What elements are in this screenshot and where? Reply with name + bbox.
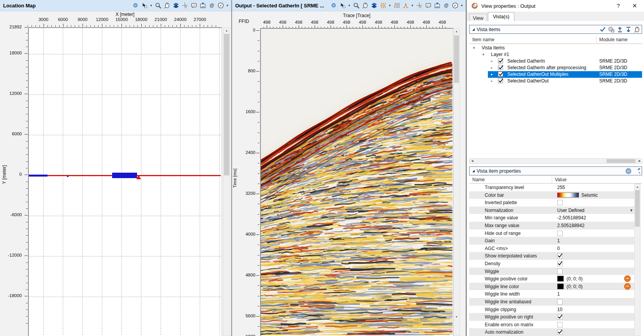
property-row[interactable]: Color barSeismic: [469, 191, 634, 199]
property-checkbox[interactable]: [557, 261, 563, 266]
zoom-icon[interactable]: [352, 2, 360, 9]
vista-items-horizontal-scrollbar-left-button[interactable]: ◀: [470, 159, 475, 163]
color-swatch[interactable]: [557, 284, 564, 289]
property-checkbox[interactable]: [557, 200, 563, 205]
seismic-vertical-scrollbar-down-button[interactable]: ▼: [454, 314, 459, 319]
dropdown-caret-icon[interactable]: ▼: [630, 208, 633, 212]
target-icon[interactable]: [625, 168, 632, 175]
arrow-up-icon[interactable]: [616, 26, 623, 33]
color-swatch[interactable]: [557, 276, 564, 282]
properties-vertical-scrollbar[interactable]: ▲: [634, 184, 640, 336]
property-checkbox[interactable]: [557, 322, 563, 327]
wiggles-icon[interactable]: [379, 2, 387, 9]
expand-caret-icon[interactable]: ▸: [491, 66, 493, 70]
seismic-gather-image[interactable]: [261, 29, 452, 335]
crosshair-icon[interactable]: [181, 2, 188, 9]
collapse-caret-icon[interactable]: ▾: [473, 46, 475, 50]
property-checkbox[interactable]: [557, 299, 563, 304]
property-row[interactable]: NormalizationUser Defined▼: [469, 206, 634, 214]
help-button[interactable]: ?: [614, 2, 623, 10]
tab-vistas[interactable]: Vista(s): [488, 12, 514, 21]
dropdown-caret-icon[interactable]: ▾: [411, 4, 414, 7]
property-row[interactable]: Wiggle positive on right: [469, 313, 634, 321]
remove-color-button[interactable]: −: [624, 275, 631, 282]
tree-row-item[interactable]: ▸Selected GatherIn after preprocessingSR…: [469, 65, 642, 71]
remove-color-button[interactable]: −: [624, 283, 631, 290]
property-row[interactable]: Hide out of range: [469, 229, 634, 237]
expand-caret-icon[interactable]: ▸: [491, 72, 493, 76]
seismic-plot-area[interactable]: [260, 28, 453, 336]
dropdown-caret-icon[interactable]: ▾: [348, 4, 351, 7]
properties-vertical-scrollbar-up-button[interactable]: ▲: [635, 184, 640, 189]
tree-row-vista-items[interactable]: ▾Vista Items: [469, 45, 642, 51]
item-visibility-checkbox[interactable]: [498, 72, 503, 77]
property-row[interactable]: Max range value2.505188942: [469, 222, 634, 229]
property-row[interactable]: Wiggle line antialiased: [469, 298, 634, 306]
compass-icon[interactable]: [217, 2, 224, 9]
vista-items-horizontal-scrollbar-right-button[interactable]: ▶: [637, 159, 642, 163]
tab-view[interactable]: View: [469, 14, 487, 21]
zoom-at-icon[interactable]: @: [208, 2, 215, 9]
seismic-vertical-scrollbar-up-button[interactable]: ▲: [454, 28, 459, 34]
property-checkbox[interactable]: [557, 253, 563, 259]
image-export-icon[interactable]: [433, 2, 441, 9]
item-visibility-checkbox[interactable]: [498, 78, 503, 83]
property-row[interactable]: Gain1: [469, 237, 634, 245]
property-row[interactable]: Transparency level255: [469, 184, 634, 191]
property-checkbox[interactable]: [557, 269, 563, 274]
zoom-at-icon[interactable]: @: [442, 2, 450, 9]
property-checkbox[interactable]: [557, 231, 563, 236]
item-visibility-checkbox[interactable]: [498, 58, 503, 63]
vista-items-horizontal-scrollbar-thumb[interactable]: [607, 159, 635, 163]
collapse-caret-icon[interactable]: ▾: [482, 52, 484, 56]
layers-icon[interactable]: [370, 2, 378, 9]
item-visibility-checkbox[interactable]: [498, 65, 503, 70]
check-icon[interactable]: [599, 26, 606, 33]
dropdown-caret-icon[interactable]: ▾: [460, 4, 463, 7]
mouse-icon[interactable]: [361, 2, 369, 9]
histogram-icon[interactable]: [402, 2, 409, 9]
crosshair-icon[interactable]: [415, 2, 423, 9]
property-row[interactable]: Density: [469, 260, 634, 268]
properties-vertical-scrollbar-thumb[interactable]: [635, 190, 640, 227]
zoom-icon[interactable]: [154, 2, 162, 9]
property-row[interactable]: Auto normalization: [469, 328, 634, 336]
gear-icon[interactable]: ⚙: [330, 2, 337, 9]
comment-icon[interactable]: [424, 2, 432, 9]
property-row[interactable]: Wiggle clipping10: [469, 306, 634, 313]
property-row[interactable]: AGC <ms>0: [469, 245, 634, 252]
vista-items-section-header[interactable]: ◢Vista items: [469, 25, 642, 34]
dropdown-caret-icon[interactable]: ▾: [150, 4, 153, 7]
dropdown-caret-icon[interactable]: ▾: [388, 4, 391, 7]
section-collapse-icon[interactable]: ◢: [472, 169, 475, 173]
select-icon[interactable]: [141, 2, 148, 9]
property-row[interactable]: Enable errors on matrix: [469, 321, 634, 329]
colorbar-swatch[interactable]: [557, 192, 579, 198]
arrow-down-icon[interactable]: [625, 26, 632, 33]
gear-icon[interactable]: ⚙: [132, 2, 139, 9]
tree-row-item[interactable]: ▸Selected GatherOutSRME 2D/3D: [469, 78, 642, 84]
section-collapse-icon[interactable]: ◢: [472, 28, 475, 31]
property-row[interactable]: Show interpolated values: [469, 252, 634, 260]
property-checkbox[interactable]: [557, 329, 563, 335]
db-copy-icon[interactable]: [608, 26, 614, 33]
wiggle-grid-icon[interactable]: [393, 2, 400, 9]
seismic-vertical-scrollbar[interactable]: ▲▼: [453, 28, 460, 336]
seismic-vertical-scrollbar-thumb[interactable]: [454, 35, 459, 83]
property-row[interactable]: Wiggle line color(0; 0; 0)−: [469, 283, 634, 290]
comment-icon[interactable]: [190, 2, 197, 9]
map-plot-area[interactable]: [28, 27, 222, 336]
map-vertical-scrollbar-thumb[interactable]: [224, 34, 229, 175]
layers-icon[interactable]: [172, 2, 179, 9]
tree-row-item[interactable]: ▸Selected GatherInSRME 2D/3D: [469, 58, 642, 65]
mouse-icon[interactable]: [163, 2, 171, 9]
tree-row-layer[interactable]: ▾Layer #1: [469, 51, 642, 58]
property-row[interactable]: Wiggle positive color(0; 0; 0)−: [469, 275, 634, 283]
vista-item-properties-section-header[interactable]: ◢Vista item properties: [469, 166, 642, 175]
undo-icon[interactable]: [633, 168, 640, 175]
tree-row-item[interactable]: ▸Selected GatherOut MultiplesSRME 2D/3D: [469, 71, 642, 78]
property-row[interactable]: Inverted palette: [469, 199, 634, 206]
property-row[interactable]: Min range value-2.505188942: [469, 214, 634, 222]
select-icon[interactable]: [339, 2, 346, 9]
map-vertical-scrollbar[interactable]: ▲: [223, 27, 230, 336]
